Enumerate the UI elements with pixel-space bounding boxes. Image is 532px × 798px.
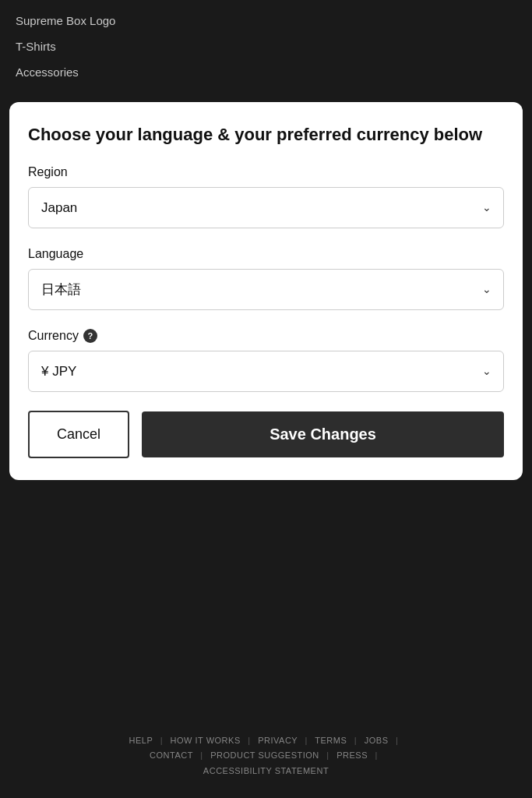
footer-link-press[interactable]: PRESS [336,750,368,760]
separator-7: | [326,748,329,764]
language-select[interactable]: 日本語 English [28,269,504,310]
currency-field-wrapper: ¥ JPY $ USD £ GBP ⌄ [28,351,504,392]
separator-6: | [200,748,203,764]
footer-link-how-it-works[interactable]: HOW IT WORKS [171,736,241,745]
footer-link-accessibility[interactable]: ACCESSIBILITY STATEMENT [203,766,329,775]
separator-5: | [396,733,398,749]
footer-row-2: CONTACT | PRODUCT SUGGESTION | PRESS | [16,748,516,764]
region-field-wrapper: Japan United States United Kingdom ⌄ [28,187,504,228]
cancel-button[interactable]: Cancel [28,411,129,458]
separator-3: | [305,733,308,749]
footer-link-product-suggestion[interactable]: PRODUCT SUGGESTION [210,750,319,760]
separator-2: | [248,733,250,749]
region-select[interactable]: Japan United States United Kingdom [28,187,504,228]
footer-link-privacy[interactable]: PRIVACY [258,736,298,745]
footer-row-3: ACCESSIBILITY STATEMENT [16,764,516,779]
footer-link-terms[interactable]: TERMS [315,736,347,745]
currency-label: Currency ? [28,329,504,343]
language-label: Language [28,247,504,261]
language-field-wrapper: 日本語 English ⌄ [28,269,504,310]
separator-8: | [375,748,378,764]
button-row: Cancel Save Changes [28,411,504,458]
currency-select[interactable]: ¥ JPY $ USD £ GBP [28,351,504,392]
nav-item-tshirts[interactable]: T-Shirts [16,38,516,55]
separator-1: | [160,733,163,749]
footer-link-jobs[interactable]: JOBS [365,736,389,745]
nav-item-accessories[interactable]: Accessories [16,64,516,80]
top-nav: Supreme Box Logo T-Shirts Accessories [0,0,532,102]
separator-4: | [354,733,357,749]
footer-row-1: HELP | HOW IT WORKS | PRIVACY | TERMS | … [16,733,516,749]
save-changes-button[interactable]: Save Changes [142,411,504,457]
currency-help-icon[interactable]: ? [83,329,97,343]
nav-item-logo[interactable]: Supreme Box Logo [16,12,516,29]
modal-title: Choose your language & your preferred cu… [28,124,504,147]
footer-link-contact[interactable]: CONTACT [150,750,193,760]
footer: HELP | HOW IT WORKS | PRIVACY | TERMS | … [0,708,532,798]
language-currency-modal: Choose your language & your preferred cu… [9,102,523,480]
footer-link-help[interactable]: HELP [129,736,153,745]
region-label: Region [28,165,504,179]
